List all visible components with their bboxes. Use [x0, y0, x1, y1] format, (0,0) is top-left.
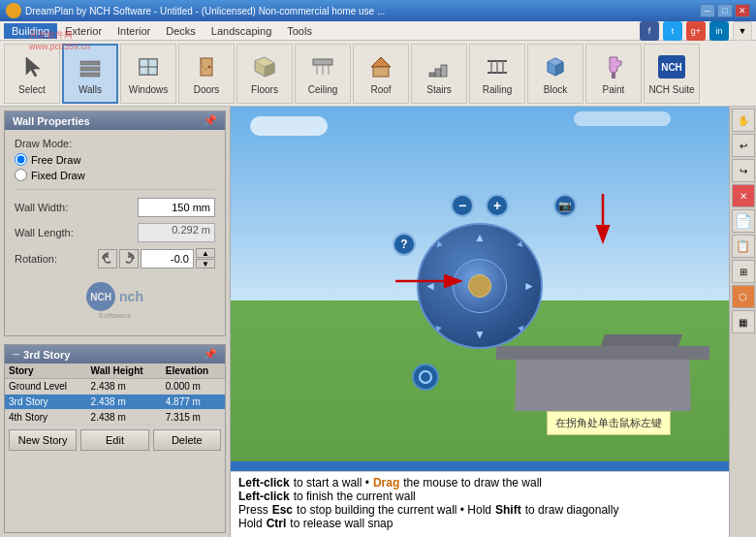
- toolbar-doors[interactable]: Doors: [178, 44, 235, 104]
- svg-text:NCH: NCH: [661, 62, 682, 73]
- toolbar-roof[interactable]: Roof: [353, 44, 409, 104]
- rotation-label: Rotation:: [15, 253, 57, 265]
- ceiling-icon: [307, 51, 338, 82]
- building-extension: [601, 334, 682, 346]
- fixed-draw-radio[interactable]: [15, 169, 27, 181]
- help-button[interactable]: ?: [393, 233, 416, 256]
- instr-text-1b: the mouse to draw the wall: [403, 476, 542, 490]
- close-button[interactable]: ✕: [735, 4, 750, 17]
- railing-icon: [482, 51, 513, 82]
- wall-length-row: Wall Length: 0.292 m: [15, 223, 215, 242]
- story-elevation-cell: 4.877 m: [162, 395, 225, 410]
- fixed-draw-label: Fixed Draw: [31, 170, 85, 181]
- nch-suite-label: NCH Suite: [648, 84, 694, 95]
- nav-center-dot[interactable]: [468, 274, 491, 298]
- windows-label: Windows: [129, 84, 169, 95]
- story-panel-title: ─ 3rd Story: [13, 349, 70, 361]
- nav-ul-button[interactable]: ◄: [431, 237, 446, 252]
- wall-properties-body: Draw Mode: Free Draw Fixed Draw Wall Wid…: [5, 130, 225, 335]
- toolbar-stairs[interactable]: Stairs: [411, 44, 467, 104]
- svg-rect-22: [441, 65, 447, 77]
- nav-dr-button[interactable]: ►: [515, 320, 529, 334]
- menu-tools[interactable]: Tools: [279, 23, 320, 39]
- viewport-progress-bar: [231, 461, 729, 471]
- instruction-line-1: Left-click to start a wall • Drag the mo…: [238, 476, 721, 490]
- instr-text-4: to release wall snap: [290, 517, 393, 530]
- zoom-minus-button[interactable]: −: [451, 194, 474, 217]
- minimize-button[interactable]: ─: [700, 4, 715, 17]
- nav-ur-button[interactable]: ►: [515, 237, 529, 252]
- toolbar-ceiling[interactable]: Ceiling: [295, 44, 351, 104]
- rt-doc-button[interactable]: 📄: [732, 209, 755, 233]
- rotation-input[interactable]: [141, 249, 194, 268]
- facebook-icon[interactable]: f: [640, 21, 659, 41]
- story-table-row[interactable]: Ground Level2.438 m0.000 m: [5, 379, 225, 395]
- wall-width-input[interactable]: [138, 198, 215, 217]
- nav-down-button[interactable]: ▼: [474, 328, 486, 341]
- left-panel: Wall Properties 📌 Draw Mode: Free Draw F…: [0, 107, 231, 537]
- camera-button[interactable]: 📷: [553, 194, 577, 217]
- story-collapse-icon[interactable]: ─: [13, 349, 19, 360]
- share-icon[interactable]: ▼: [733, 21, 752, 41]
- toolbar-nch-suite[interactable]: NCH NCH Suite: [644, 44, 700, 104]
- instr-text-1a: to start a wall •: [294, 476, 369, 490]
- rt-undo-button[interactable]: ↩: [732, 134, 755, 157]
- fixed-draw-option[interactable]: Fixed Draw: [15, 169, 215, 181]
- watermark: 河东软件网 www.pc0359.cn: [29, 29, 90, 51]
- toolbar-paint[interactable]: Paint: [585, 44, 642, 104]
- free-draw-option[interactable]: Free Draw: [15, 153, 215, 166]
- viewport-3d[interactable]: ▲ ▼ ◄ ► ◄ ► ◄ ► − +: [231, 107, 729, 537]
- instr-text-2: to finish the current wall: [294, 490, 416, 503]
- menu-interior[interactable]: Interior: [110, 23, 158, 39]
- instruction-line-2: Left-click to finish the current wall: [238, 490, 721, 503]
- rt-doc2-button[interactable]: 📋: [732, 235, 755, 258]
- rt-table-button[interactable]: ▦: [732, 310, 755, 333]
- rt-hand-button[interactable]: ✋: [732, 109, 755, 132]
- titlebar-controls[interactable]: ─ □ ✕: [700, 4, 750, 17]
- block-label: Block: [544, 84, 567, 95]
- toolbar-railing[interactable]: Railing: [469, 44, 525, 104]
- maximize-button[interactable]: □: [717, 4, 733, 17]
- toolbar-floors[interactable]: Floors: [236, 44, 293, 104]
- instr-text-3a: to stop building the current wall • Hold: [297, 503, 491, 517]
- rt-close-button[interactable]: ✕: [732, 184, 755, 207]
- floors-icon: [249, 51, 280, 82]
- clouds: [250, 116, 328, 136]
- wall-length-label: Wall Length:: [15, 227, 74, 238]
- titlebar-title: DreamPlan by NCH Software - Untitled - (…: [25, 6, 385, 16]
- menu-decks[interactable]: Decks: [158, 23, 204, 39]
- edit-story-button[interactable]: Edit: [80, 429, 148, 451]
- rt-redo-button[interactable]: ↪: [732, 159, 755, 182]
- toolbar-walls[interactable]: Walls: [62, 44, 118, 104]
- svg-rect-2: [80, 73, 100, 77]
- nav-mode-button[interactable]: [412, 363, 439, 391]
- twitter-icon[interactable]: t: [663, 21, 682, 41]
- wall-properties-pin[interactable]: 📌: [204, 114, 217, 127]
- nav-dl-button[interactable]: ◄: [431, 320, 446, 334]
- linkedin-icon[interactable]: in: [709, 21, 729, 41]
- paint-label: Paint: [603, 84, 625, 95]
- story-table-row[interactable]: 4th Story2.438 m7.315 m: [5, 410, 225, 426]
- rt-orange-button[interactable]: ⬡: [732, 285, 755, 308]
- rotate-ccw-button[interactable]: [98, 249, 117, 268]
- toolbar-select[interactable]: Select: [4, 44, 60, 104]
- new-story-button[interactable]: New Story: [9, 429, 77, 451]
- viewport[interactable]: ▲ ▼ ◄ ► ◄ ► ◄ ► − +: [231, 107, 729, 537]
- delete-story-button[interactable]: Delete: [153, 429, 221, 451]
- toolbar-windows[interactable]: Windows: [120, 44, 176, 104]
- free-draw-radio[interactable]: [15, 153, 27, 166]
- instr-leftclick-2: Left-click: [238, 490, 290, 503]
- instruction-line-3: Press Esc to stop building the current w…: [238, 503, 721, 517]
- zoom-plus-button[interactable]: +: [486, 194, 509, 217]
- story-panel-pin[interactable]: 📌: [204, 348, 217, 361]
- nav-up-button[interactable]: ▲: [474, 231, 486, 244]
- story-table-row[interactable]: 3rd Story2.438 m4.877 m: [5, 395, 225, 410]
- menu-landscaping[interactable]: Landscaping: [204, 23, 279, 39]
- nav-right-button[interactable]: ►: [523, 279, 535, 293]
- google-icon[interactable]: g+: [686, 21, 706, 41]
- rotate-cw-button[interactable]: [119, 249, 139, 268]
- rt-grid-button[interactable]: ⊞: [732, 260, 755, 283]
- rotation-up-button[interactable]: ▲: [196, 248, 215, 258]
- toolbar-block[interactable]: Block: [527, 44, 583, 104]
- rotation-down-button[interactable]: ▼: [196, 259, 215, 268]
